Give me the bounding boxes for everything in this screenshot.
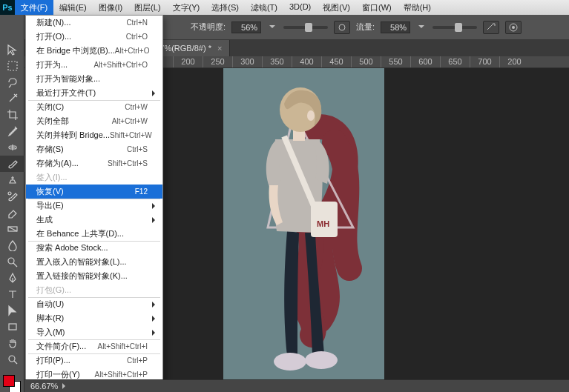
menu-image[interactable]: 图像(I): [93, 0, 128, 15]
menu-item-label: 打印一份(Y): [36, 369, 95, 380]
title-bar: Ps 文件(F) 编辑(E) 图像(I) 图层(L) 文字(Y) 选择(S) 滤…: [0, 0, 569, 15]
menu-item-10[interactable]: 存储为(A)...Shift+Ctrl+S: [26, 156, 162, 170]
history-brush-tool[interactable]: [0, 188, 24, 205]
menu-select[interactable]: 选择(S): [205, 0, 245, 15]
menu-item-4[interactable]: 打开为智能对象...: [26, 72, 162, 86]
file-menu-dropdown: 新建(N)...Ctrl+N打开(O)...Ctrl+O在 Bridge 中浏览…: [25, 15, 163, 392]
opacity-label: 不透明度:: [191, 21, 226, 33]
hand-tool[interactable]: [0, 335, 24, 351]
zoom-tool[interactable]: [0, 351, 24, 368]
eraser-tool[interactable]: [0, 205, 24, 221]
menu-item-8[interactable]: 关闭并转到 Bridge...Shift+Ctrl+W: [26, 128, 162, 142]
menu-item-2[interactable]: 在 Bridge 中浏览(B)...Alt+Ctrl+O: [26, 44, 162, 58]
menu-item-label: 打印(P)...: [36, 355, 127, 366]
menu-file[interactable]: 文件(F): [15, 0, 53, 15]
menu-item-shortcut: Shift+Ctrl+W: [110, 131, 152, 139]
menu-item-21[interactable]: 脚本(R): [26, 311, 162, 325]
menu-item-shortcut: Ctrl+N: [126, 19, 148, 27]
menu-help[interactable]: 帮助(H): [398, 0, 437, 15]
menu-item-shortcut: Alt+Ctrl+O: [115, 47, 150, 55]
healing-brush-tool[interactable]: [0, 139, 24, 156]
flow-dropdown[interactable]: [416, 24, 427, 31]
menu-item-7[interactable]: 关闭全部Alt+Ctrl+W: [26, 114, 162, 128]
type-tool[interactable]: [0, 286, 24, 302]
gradient-tool[interactable]: [0, 221, 24, 237]
eyedropper-tool[interactable]: [0, 123, 24, 139]
path-selection-tool[interactable]: [0, 302, 24, 319]
menu-item-3[interactable]: 打开为...Alt+Shift+Ctrl+O: [26, 58, 162, 72]
menu-item-19: 打包(G)...: [26, 283, 162, 297]
menu-item-15[interactable]: 在 Behance 上共享(D)...: [26, 227, 162, 241]
brush-tool[interactable]: [0, 156, 24, 172]
menu-item-22[interactable]: 导入(M): [26, 325, 162, 339]
opacity-input[interactable]: 56%: [231, 21, 261, 33]
svg-point-0: [339, 24, 345, 30]
menu-item-16[interactable]: 搜索 Adobe Stock...: [26, 241, 162, 255]
menu-edit[interactable]: 编辑(E): [53, 0, 93, 15]
menu-type[interactable]: 文字(Y): [167, 0, 206, 15]
pressure-opacity-toggle[interactable]: [334, 21, 350, 34]
flow-slider[interactable]: [432, 26, 477, 29]
blur-tool[interactable]: [0, 237, 24, 253]
menu-item-14[interactable]: 生成: [26, 213, 162, 227]
menu-item-20[interactable]: 自动(U): [26, 297, 162, 311]
zoom-level[interactable]: 66.67%: [30, 382, 58, 391]
lasso-tool[interactable]: [0, 74, 24, 90]
tool-panel: [0, 15, 24, 392]
menu-window[interactable]: 窗口(W): [356, 0, 398, 15]
menu-item-shortcut: Alt+Shift+Ctrl+I: [97, 342, 148, 351]
tablet-size-icon: [508, 22, 519, 33]
menu-item-label: 导入(M): [36, 327, 148, 338]
crop-tool[interactable]: [0, 107, 24, 123]
menu-item-6[interactable]: 关闭(C)Ctrl+W: [26, 100, 162, 114]
menu-item-13[interactable]: 导出(E): [26, 199, 162, 213]
dodge-tool[interactable]: [0, 253, 24, 270]
menu-item-label: 存储(S): [36, 144, 127, 155]
move-tool[interactable]: [0, 41, 24, 58]
menu-item-label: 生成: [36, 214, 148, 225]
menu-item-shortcut: Ctrl+O: [126, 33, 148, 41]
menu-item-label: 恢复(V): [36, 186, 135, 197]
menu-item-17[interactable]: 置入嵌入的智能对象(L)...: [26, 255, 162, 269]
menu-item-24[interactable]: 打印(P)...Ctrl+P: [26, 353, 162, 368]
document-canvas[interactable]: MH: [223, 68, 384, 379]
tablet-pressure-icon: [337, 22, 347, 33]
foreground-color-swatch[interactable]: [3, 375, 15, 387]
clone-stamp-tool[interactable]: [0, 172, 24, 188]
menu-filter[interactable]: 滤镜(T): [245, 0, 283, 15]
menu-item-18[interactable]: 置入链接的智能对象(K)...: [26, 269, 162, 283]
svg-point-11: [305, 351, 338, 369]
svg-point-16: [307, 110, 315, 121]
menu-item-9[interactable]: 存储(S)Ctrl+S: [26, 142, 162, 156]
svg-rect-8: [9, 324, 16, 330]
svg-point-5: [8, 192, 11, 195]
menu-item-label: 文件简介(F)...: [36, 341, 97, 352]
rectangle-tool[interactable]: [0, 319, 24, 335]
menu-item-label: 签入(I)...: [36, 172, 148, 183]
airbrush-toggle[interactable]: [483, 21, 499, 34]
opacity-slider[interactable]: [283, 26, 328, 29]
menu-item-label: 打开为...: [36, 59, 93, 70]
menu-item-shortcut: Ctrl+S: [127, 145, 148, 153]
menu-item-shortcut: Alt+Shift+Ctrl+P: [95, 371, 148, 379]
menu-item-0[interactable]: 新建(N)...Ctrl+N: [26, 16, 162, 30]
menu-item-label: 置入链接的智能对象(K)...: [36, 270, 148, 282]
magic-wand-tool[interactable]: [0, 90, 24, 107]
svg-rect-3: [8, 62, 17, 70]
menu-item-23[interactable]: 文件简介(F)...Alt+Shift+Ctrl+I: [26, 339, 162, 353]
menu-item-12[interactable]: 恢复(V)F12: [26, 185, 162, 199]
close-tab-icon[interactable]: ×: [217, 44, 222, 53]
menu-item-5[interactable]: 最近打开文件(T): [26, 86, 162, 100]
menu-item-1[interactable]: 打开(O)...Ctrl+O: [26, 30, 162, 44]
pen-tool[interactable]: [0, 270, 24, 286]
marquee-tool[interactable]: [0, 58, 24, 74]
pressure-size-toggle[interactable]: [505, 21, 522, 34]
color-swatches[interactable]: [0, 373, 24, 392]
flow-input[interactable]: 58%: [381, 21, 410, 33]
menu-item-shortcut: Alt+Shift+Ctrl+O: [93, 61, 148, 69]
menu-view[interactable]: 视图(V): [317, 0, 356, 15]
opacity-dropdown[interactable]: [267, 24, 277, 31]
menu-layer[interactable]: 图层(L): [128, 0, 166, 15]
menu-3d[interactable]: 3D(D): [283, 0, 317, 15]
status-flyout-icon[interactable]: [62, 383, 68, 389]
